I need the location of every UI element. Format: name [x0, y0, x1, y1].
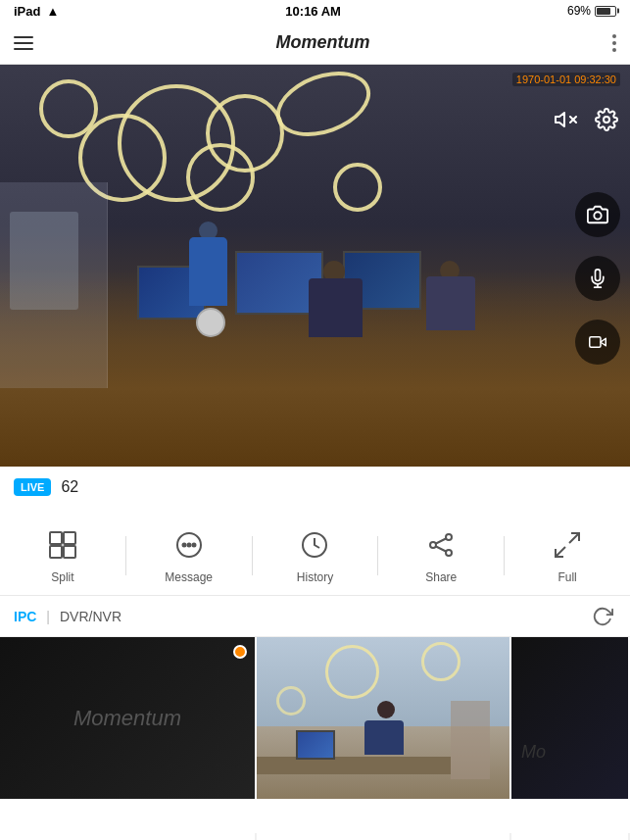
svg-rect-8	[590, 337, 601, 348]
ceiling-light-6	[186, 143, 255, 212]
diag-2	[556, 547, 565, 557]
clock-hands	[315, 538, 319, 548]
live-count: 62	[61, 478, 78, 496]
fullscreen-icon	[550, 527, 585, 563]
video-icon	[587, 333, 608, 351]
share-node-top	[446, 534, 452, 540]
camera-feed: 1970-01-01 09:32:30	[0, 65, 630, 467]
svg-marker-7	[601, 338, 606, 346]
tab-separator: |	[46, 609, 50, 624]
split-label: Split	[51, 570, 73, 584]
history-icon	[297, 527, 332, 563]
share-label: Share	[425, 570, 457, 584]
dot3	[192, 543, 195, 546]
svg-point-4	[594, 212, 601, 219]
device-label: iPad	[14, 4, 40, 19]
cam-label-62: 62	[0, 833, 257, 840]
camera-settings-button[interactable]	[593, 106, 620, 133]
share-line-1	[436, 538, 446, 543]
split-tl	[50, 532, 62, 544]
dot1	[182, 543, 185, 546]
split-tr	[64, 532, 75, 544]
cam1-watermark: Momentum	[73, 706, 181, 731]
split-control[interactable]: Split	[0, 527, 125, 584]
window-glass	[10, 212, 78, 310]
status-left: iPad ▲	[14, 4, 59, 19]
share-node-mid	[430, 542, 436, 548]
share-line-2	[436, 546, 446, 551]
status-bar: iPad ▲ 10:16 AM 69%	[0, 0, 630, 22]
camera-thumb-75999[interactable]	[257, 637, 511, 799]
fullscreen-control[interactable]: Full	[505, 527, 630, 584]
dot2	[187, 543, 190, 546]
share-control[interactable]: Share	[378, 527, 504, 584]
person-2	[304, 261, 367, 369]
camera-thumbnails: Momentum	[0, 637, 630, 833]
snapshot-button[interactable]	[575, 192, 620, 237]
thumb2-monitor	[296, 730, 335, 760]
controls-row: Split Message History	[0, 508, 630, 596]
battery-percent: 69%	[567, 4, 591, 18]
settings-icon	[595, 108, 618, 131]
tab-dvrnvr[interactable]: DVR/NVR	[60, 609, 121, 624]
cam3-watermark: Mo	[521, 742, 546, 763]
camera-device	[196, 308, 225, 337]
nav-bar: Momentum	[0, 22, 630, 65]
refresh-button[interactable]	[589, 603, 616, 630]
thumb2-light1	[325, 645, 379, 699]
camera-list-section: IPC | DVR/NVR Momentum	[0, 596, 630, 840]
split-icon	[45, 527, 80, 563]
message-control[interactable]: Message	[126, 527, 252, 584]
svg-point-3	[604, 117, 609, 123]
microphone-button[interactable]	[575, 256, 620, 301]
status-right: 69%	[567, 4, 616, 18]
share-node-bot	[446, 550, 452, 556]
menu-button[interactable]	[14, 36, 33, 50]
refresh-icon	[592, 606, 613, 627]
svg-marker-0	[556, 113, 564, 126]
thumb2-light2	[421, 642, 460, 681]
camera-timestamp: 1970-01-01 09:32:30	[512, 73, 620, 86]
camera-content	[0, 65, 630, 467]
live-badge: LIVE	[14, 478, 51, 496]
share-icon	[423, 527, 459, 563]
message-label: Message	[165, 570, 213, 584]
history-control[interactable]: History	[253, 527, 378, 584]
split-br	[64, 546, 75, 558]
mute-button[interactable]	[552, 106, 579, 133]
cam1-status-dot	[233, 645, 247, 659]
person-3	[421, 261, 480, 359]
more-button[interactable]	[612, 34, 616, 52]
cam-label-760: 760	[511, 833, 630, 840]
ceiling-light-5	[39, 79, 98, 138]
thumb2-light3	[276, 686, 306, 716]
thumb2-pillar	[451, 701, 490, 779]
camera-thumb-760[interactable]: Mo	[511, 637, 630, 799]
camera-list-header: IPC | DVR/NVR	[0, 596, 630, 637]
mic-icon	[588, 268, 607, 289]
cam-label-75999: 75999666666666	[257, 833, 511, 840]
ceiling-light-7	[333, 163, 382, 212]
camera-thumb-62[interactable]: Momentum	[0, 637, 257, 799]
mute-icon	[554, 108, 577, 131]
thumb2-person	[364, 701, 409, 760]
live-bar: LIVE 62	[0, 467, 630, 508]
tab-ipc[interactable]: IPC	[14, 609, 36, 624]
message-icon	[171, 527, 207, 563]
camera-labels: 62 75999666666666 760	[0, 833, 630, 840]
status-time: 10:16 AM	[285, 4, 341, 19]
history-label: History	[297, 570, 333, 584]
thumb2-desk	[257, 757, 451, 774]
full-label: Full	[557, 570, 576, 584]
record-button[interactable]	[575, 320, 620, 365]
wifi-icon: ▲	[46, 4, 59, 19]
battery-icon	[595, 6, 616, 17]
diag-1	[569, 533, 579, 543]
split-bl	[50, 546, 62, 558]
camera-icon	[587, 204, 608, 225]
app-title: Momentum	[276, 32, 370, 53]
